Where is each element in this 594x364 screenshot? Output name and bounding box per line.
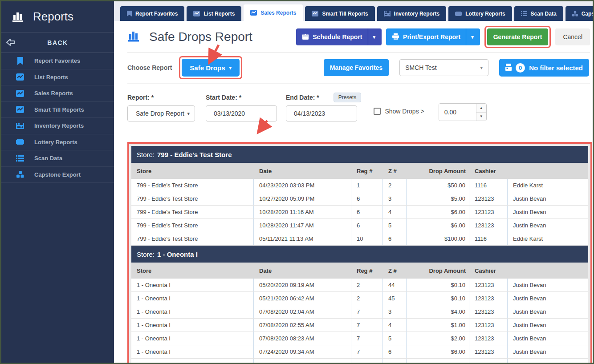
store-group-prefix: Store: [137,251,155,258]
cell-cashier-name: Justin Bevan [508,332,588,345]
tab-smart-till-reports[interactable]: Smart Till Reports [305,6,374,21]
spinner-down-icon[interactable]: ▼ [476,113,486,121]
cell-store: 1 - Oneonta I [131,292,254,305]
tab-report-favorites[interactable]: Report Favorites [120,6,184,21]
cell-cashier-id: 123123 [469,332,508,345]
tab-label: Scan Data [531,11,557,17]
cancel-button[interactable]: Cancel [555,28,590,45]
line-chart-icon [193,11,200,16]
tab-scan-data[interactable]: Scan Data [514,6,563,21]
cell-date: 05/11/2021 11:13 AM [254,232,351,245]
manage-favorites-button[interactable]: Manage Favorites [324,59,389,76]
schedule-report-button[interactable]: Schedule Report ▾ [296,28,382,45]
report-results-table: Store: 799 - Eddie's Test Store Store Da… [127,142,592,364]
col-drop-amount: Drop Amount [407,168,469,174]
sidebar-item-inventory-reports[interactable]: Inventory Reports [1,118,114,134]
tab-label: Report Favorites [135,11,178,17]
sidebar-title: Reports [33,10,73,24]
cell-cashier-name: Eddie Karst [508,179,588,192]
chevron-down-icon: ▾ [187,111,190,116]
sidebar-item-sales-reports[interactable]: Sales Reports [1,85,114,102]
sidebar-item-scan-data[interactable]: Scan Data [1,150,114,167]
cell-date: 05/21/2020 06:42 AM [254,292,351,305]
drop-threshold-input-wrap: ▲ ▼ [439,103,487,121]
sidebar-item-report-favorites[interactable]: Report Favorites [1,53,114,69]
cell-cashier-name: Justin Bevan [508,319,588,332]
cell-cashier-name: Justin Bevan [508,292,588,305]
sidebar-item-smart-till-reports[interactable]: Smart Till Reports [1,102,114,118]
sidebar-item-label: Lottery Reports [34,139,77,146]
tab-capstone-export[interactable]: Capstone Export [566,6,594,21]
tab-inventory-reports[interactable]: Inventory Reports [377,6,447,21]
sidebar-item-label: List Reports [34,74,68,81]
presets-button[interactable]: Presets [334,93,362,102]
sidebar-item-label: Inventory Reports [34,122,84,129]
start-date-input[interactable] [206,105,277,121]
cell-amount: $2.00 [407,332,469,345]
chevron-down-icon[interactable]: ▾ [368,28,376,45]
line-chart-icon [16,73,24,81]
cell-z: 4 [383,206,407,218]
favorite-select[interactable]: SMCH Test ▾ [399,59,488,76]
cell-cashier-name: Justin Bevan [508,192,588,205]
chevron-down-icon[interactable]: ▾ [466,28,474,45]
table-column-header: Store Date Reg # Z # Drop Amount Cashier [131,263,588,279]
cell-date: 07/24/2020 09:34 AM [254,345,351,358]
col-reg: Reg # [351,267,383,274]
number-spinner: ▲ ▼ [476,104,486,121]
cell-amount: $50.00 [407,179,469,192]
cell-z: 3 [383,305,407,318]
tab-sales-reports[interactable]: Sales Reports [244,4,303,21]
report-select[interactable]: Safe Drop Report ▾ [127,105,195,121]
spinner-up-icon[interactable]: ▲ [476,104,486,113]
line-chart-icon [16,106,24,113]
calendar-icon [302,33,309,41]
report-type-dropdown[interactable]: Safe Drops ▾ [182,59,240,77]
report-field-label: Report: * [127,94,154,101]
table-row: 1 - Oneonta I 07/24/2020 09:34 AM 7 6 $6… [131,345,588,359]
manage-favorites-label: Manage Favorites [330,64,382,71]
drop-threshold-input[interactable] [439,104,476,121]
cell-cashier-id: 123123 [469,319,508,332]
generate-report-button[interactable]: Generate Report [487,28,549,45]
cell-z: 2 [383,179,407,192]
cell-cashier-id: 123123 [469,219,508,232]
cell-cashier-id: 123123 [469,305,508,318]
inventory-icon [16,122,24,129]
table-row: 1 - Oneonta I 07/08/2020 02:04 AM 7 3 $4… [131,305,588,319]
line-chart-icon [312,11,318,16]
cancel-label: Cancel [563,33,582,40]
cell-amount: $6.00 [407,206,469,218]
cell-z: 5 [383,332,407,345]
cell-amount: $1.00 [407,319,469,332]
col-date: Date [254,168,351,174]
tab-list-reports[interactable]: List Reports [187,6,241,21]
line-chart-icon [16,90,24,97]
cell-reg: 7 [351,305,383,318]
table-row: 799 - Eddie's Test Store 04/23/2020 03:0… [131,179,588,192]
back-button[interactable]: BACK [1,32,114,53]
chevron-down-icon: ▾ [229,65,232,70]
cell-reg: 7 [351,332,383,345]
cell-z: 6 [383,345,407,358]
cell-cashier-id: 123123 [469,359,508,364]
cell-cashier-id: 1116 [469,232,508,245]
show-drops-checkbox[interactable] [374,108,381,115]
col-reg: Reg # [351,168,383,174]
cell-reg: 1 [351,179,383,192]
cell-cashier-id: 123123 [469,192,508,205]
table-row: 1 - Oneonta I 07/08/2020 08:23 AM 7 5 $2… [131,332,588,345]
sidebar-item-capstone-export[interactable]: Capstone Export [1,167,114,183]
cell-cashier-id: 123123 [469,292,508,305]
store-group-prefix: Store: [137,151,155,158]
cell-amount: $0.10 [407,292,469,305]
chevron-down-icon: ▾ [480,65,483,70]
filter-count-badge: 0 [516,63,525,73]
col-cashier: Cashier [469,267,508,274]
sidebar-item-lottery-reports[interactable]: Lottery Reports [1,134,114,151]
store-filter-button[interactable]: 0 No filter selected [499,59,589,77]
sidebar-item-list-reports[interactable]: List Reports [1,69,114,86]
print-export-button[interactable]: Print/Export Report ▾ [386,28,480,45]
end-date-input[interactable] [286,105,357,121]
tab-lottery-reports[interactable]: Lottery Reports [448,6,512,21]
